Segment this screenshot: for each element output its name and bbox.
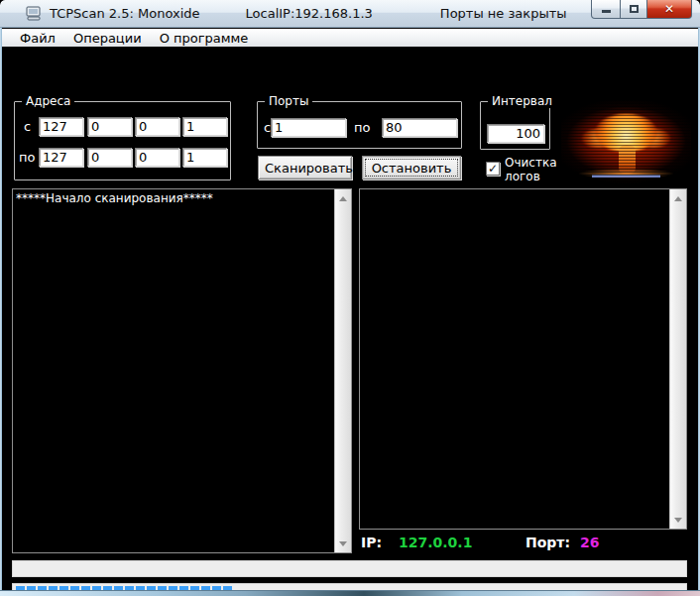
- results-log-right[interactable]: [359, 188, 687, 530]
- app-window: TCPScan 2.5: Monoxide LocalIP:192.168.1.…: [0, 0, 700, 596]
- scroll-down-button[interactable]: [670, 512, 686, 528]
- address-to-octet2[interactable]: [87, 148, 132, 167]
- triangle-down-icon: [339, 541, 347, 546]
- clear-logs-label: Очистка логов: [505, 156, 568, 183]
- address-from-octet2[interactable]: [87, 117, 132, 136]
- address-from-octet4[interactable]: [182, 117, 227, 136]
- port-value: 26: [580, 535, 599, 550]
- menu-item-file[interactable]: Файл: [11, 29, 64, 47]
- port-from-input[interactable]: [271, 118, 346, 137]
- port-to-label: по: [354, 120, 370, 135]
- close-icon: ✕: [664, 3, 674, 15]
- address-from-octet3[interactable]: [135, 117, 179, 136]
- scan-log-left[interactable]: *****Начало сканирования*****: [12, 188, 352, 553]
- address-from-label: с: [24, 119, 31, 134]
- window-title: TCPScan 2.5: Monoxide: [50, 6, 200, 21]
- client-area: Адреса с по Порты с по Интервал Сканиров: [2, 47, 698, 590]
- left-log-scrollbar[interactable]: [334, 189, 351, 552]
- stop-button[interactable]: Остановить: [362, 156, 461, 179]
- menu-item-operations[interactable]: Операции: [64, 29, 151, 47]
- ports-group-title: Порты: [265, 94, 312, 108]
- ip-label: IP:: [361, 535, 382, 550]
- explosion-image: [561, 100, 691, 185]
- ip-value: 127.0.0.1: [399, 535, 472, 550]
- scan-log-text: *****Начало сканирования*****: [16, 191, 331, 206]
- port-label: Порт:: [525, 535, 570, 550]
- scroll-down-button[interactable]: [335, 536, 351, 551]
- address-to-octet4[interactable]: [182, 148, 227, 167]
- right-log-scrollbar[interactable]: [669, 189, 686, 529]
- scanlines-overlay: [561, 100, 691, 185]
- interval-group-title: Интервал: [488, 94, 556, 108]
- close-button[interactable]: ✕: [646, 0, 692, 19]
- address-to-octet1[interactable]: [39, 148, 83, 167]
- app-icon: [26, 6, 42, 21]
- triangle-down-icon: [674, 518, 682, 523]
- addresses-group-title: Адреса: [22, 94, 74, 108]
- minimize-button[interactable]: [591, 0, 621, 19]
- scroll-up-button[interactable]: [670, 190, 686, 206]
- triangle-up-icon: [674, 196, 682, 201]
- triangle-up-icon: [339, 196, 347, 201]
- scan-button[interactable]: Сканировать: [258, 156, 352, 179]
- address-to-label: по: [19, 150, 35, 165]
- local-ip-text: LocalIP:192.168.1.3: [246, 6, 373, 21]
- progress-bar-top: [12, 560, 687, 577]
- interval-input[interactable]: [487, 124, 544, 143]
- menu-bar: Файл Операции О программе: [1, 29, 699, 47]
- check-icon: ✓: [488, 163, 498, 175]
- clear-logs-checkbox[interactable]: ✓: [486, 162, 500, 176]
- address-to-octet3[interactable]: [135, 148, 179, 167]
- ports-group: Порты с по: [257, 101, 462, 149]
- ports-status-text: Порты не закрыты: [440, 6, 567, 21]
- maximize-icon: [630, 5, 639, 13]
- caption-buttons: ✕: [592, 0, 692, 19]
- addresses-group: Адреса с по: [14, 101, 231, 180]
- interval-group: Интервал: [480, 101, 550, 150]
- window-border-left: [0, 28, 2, 596]
- window-border-bottom: [0, 590, 700, 596]
- status-line: IP: 127.0.0.1 Порт: 26: [359, 535, 696, 554]
- menu-item-about[interactable]: О программе: [151, 29, 258, 47]
- maximize-button[interactable]: [620, 0, 647, 19]
- minimize-icon: [602, 10, 611, 13]
- address-from-octet1[interactable]: [39, 117, 83, 136]
- scroll-up-button[interactable]: [335, 190, 351, 206]
- port-to-input[interactable]: [382, 118, 457, 137]
